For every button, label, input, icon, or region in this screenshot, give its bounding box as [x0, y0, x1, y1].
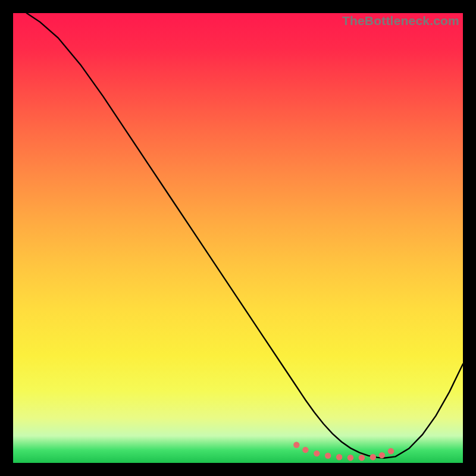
- marker-dot: [347, 455, 353, 461]
- marker-dot: [325, 453, 331, 459]
- marker-dot: [379, 452, 385, 458]
- marker-dot: [336, 454, 342, 460]
- marker-dot: [388, 448, 394, 454]
- marker-dot: [293, 442, 299, 448]
- curve-svg: [13, 13, 463, 463]
- bottleneck-curve: [27, 13, 463, 458]
- plot-area: TheBottleneck.com: [13, 13, 463, 463]
- marker-dot: [359, 455, 365, 461]
- marker-dot: [314, 450, 320, 456]
- marker-dot: [370, 454, 376, 460]
- chart-frame: TheBottleneck.com: [0, 0, 476, 476]
- marker-dot: [302, 447, 308, 453]
